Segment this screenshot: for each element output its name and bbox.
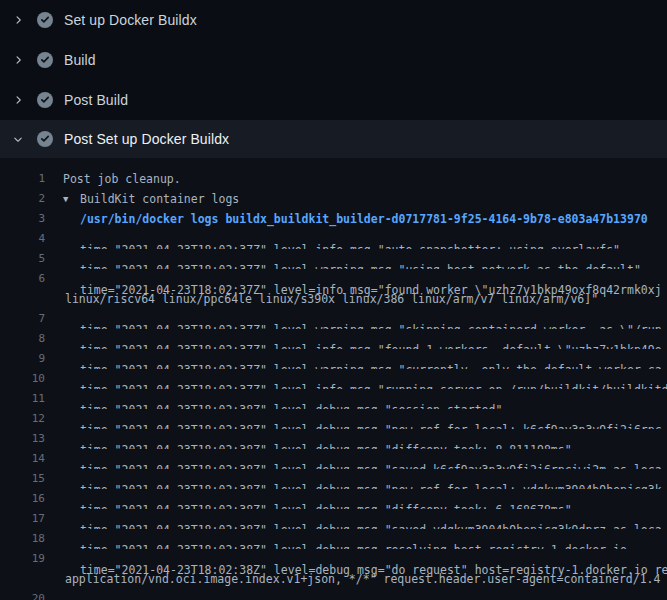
group-toggle-triangle-icon[interactable]: ▼ [63,189,68,209]
check-circle-icon [37,92,53,108]
log-line-number[interactable]: 16 [0,489,45,509]
log-line: 10 time="2021-04-23T18:02:37Z" level=inf… [0,369,667,389]
log-line-number[interactable]: 11 [0,389,45,409]
log-line-number[interactable]: 10 [0,369,45,389]
log-line: 3 /usr/bin/docker logs buildx_buildkit_b… [0,209,667,229]
log-line-number[interactable]: 12 [0,409,45,429]
step-row[interactable]: Post Set up Docker Buildx [0,120,667,158]
log-line: linux/riscv64 linux/ppc64le linux/s390x … [0,289,667,309]
log-line-text: time="2021-04-23T18:02:38Z" level=debug … [80,589,667,600]
log-line-number[interactable]: 8 [0,329,45,349]
step-row[interactable]: Post Build [0,80,667,120]
log-line: 4 time="2021-04-23T18:02:37Z" level=info… [0,229,667,249]
steps-list: Set up Docker Buildx Build Post Buil [0,0,667,158]
log-line: 7 time="2021-04-23T18:02:37Z" level=warn… [0,309,667,329]
log-line-text: linux/riscv64 linux/ppc64le linux/s390x … [65,289,598,309]
log-line: 20 time="2021-04-23T18:02:38Z" level=deb… [0,589,667,600]
log-line-number[interactable]: 6 [0,269,45,289]
log-line-text: BuildKit container logs [80,189,239,209]
log-line: 13 time="2021-04-23T18:02:38Z" level=deb… [0,429,667,449]
log-line: 15 time="2021-04-23T18:02:38Z" level=deb… [0,469,667,489]
step-row[interactable]: Build [0,40,667,80]
log-line-number[interactable]: 7 [0,309,45,329]
log-line-number[interactable]: 15 [0,469,45,489]
step-row[interactable]: Set up Docker Buildx [0,0,667,40]
log-line-number[interactable]: 13 [0,429,45,449]
log-line-number[interactable]: 14 [0,449,45,469]
log-line: 17 time="2021-04-23T18:02:38Z" level=deb… [0,509,667,529]
chevron-down-icon[interactable] [12,133,37,145]
log-line-number[interactable]: 1 [0,169,45,189]
chevron-right-icon[interactable] [12,94,37,106]
log-line-text: /usr/bin/docker logs buildx_buildkit_bui… [80,209,648,229]
actions-log-page: { "theme": { "page_bg": "#0a0e14", "expa… [0,0,667,600]
log-line-number[interactable]: 2 [0,189,45,209]
log-line-number[interactable]: 17 [0,509,45,529]
log-line: application/vnd.oci.image.index.v1+json,… [0,569,667,589]
check-circle-icon [37,12,53,28]
log-line: 6 time="2021-04-23T18:02:37Z" level=info… [0,269,667,289]
log-line-number[interactable]: 9 [0,349,45,369]
chevron-right-icon[interactable] [12,14,37,26]
log-line: 5 time="2021-04-23T18:02:37Z" level=warn… [0,249,667,269]
step-title: Post Build [64,92,128,108]
step-title: Build [64,52,96,68]
chevron-right-icon[interactable] [12,54,37,66]
log-line-number[interactable]: 20 [0,589,45,600]
log-line: 1 Post job cleanup. [0,169,667,189]
log-line: 12 time="2021-04-23T18:02:38Z" level=deb… [0,409,667,429]
log-line: 19 time="2021-04-23T18:02:38Z" level=deb… [0,549,667,569]
check-circle-icon [37,52,53,68]
step-title: Post Set up Docker Buildx [64,131,229,147]
log-line: 14 time="2021-04-23T18:02:38Z" level=deb… [0,449,667,469]
log-viewer: 1 Post job cleanup. 2 BuildKit container… [0,158,667,600]
log-line: 18 time="2021-04-23T18:02:38Z" level=deb… [0,529,667,549]
step-title: Set up Docker Buildx [64,12,197,28]
log-line: 16 time="2021-04-23T18:02:38Z" level=deb… [0,489,667,509]
log-line: 9 time="2021-04-23T18:02:37Z" level=warn… [0,349,667,369]
log-line-number[interactable]: 3 [0,209,45,229]
log-line: 2 BuildKit container logs ▼ [0,189,667,209]
log-line-number[interactable]: 5 [0,249,45,269]
log-line-number[interactable]: 19 [0,549,45,569]
log-line-number[interactable]: 18 [0,529,45,549]
log-line-number[interactable]: 4 [0,229,45,249]
log-line-text: Post job cleanup. [63,169,181,189]
log-line: 8 time="2021-04-23T18:02:37Z" level=info… [0,329,667,349]
log-line-text: application/vnd.oci.image.index.v1+json,… [65,569,660,589]
check-circle-icon [37,131,53,147]
log-line: 11 time="2021-04-23T18:02:38Z" level=deb… [0,389,667,409]
